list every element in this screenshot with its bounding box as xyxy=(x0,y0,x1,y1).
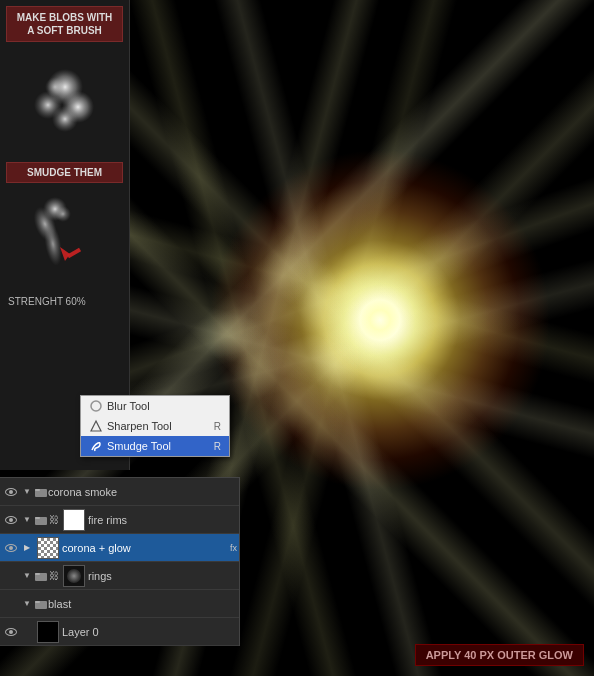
smudge-tool-label: Smudge Tool xyxy=(107,440,171,452)
smudge-preview xyxy=(15,189,115,289)
smudge-icon xyxy=(89,439,103,453)
strength-row: STRENGHT 60 % xyxy=(0,294,129,309)
svg-point-8 xyxy=(55,206,71,222)
svg-point-11 xyxy=(91,401,101,411)
step1-label: MAKE BLOBS WITH A SOFT BRUSH xyxy=(6,6,123,42)
layer-visibility-rings[interactable] xyxy=(2,567,20,585)
layer-expand-corona-smoke[interactable]: ▼ xyxy=(20,485,34,499)
context-menu-blur-tool[interactable]: Blur Tool xyxy=(81,396,229,416)
eye-icon-corona-glow xyxy=(5,544,17,552)
strength-symbol: % xyxy=(77,296,86,307)
layer-row-corona-glow[interactable]: ▶ corona + glow fx xyxy=(0,534,239,562)
layer-name-corona-smoke: corona smoke xyxy=(48,486,237,498)
layer-visibility-blast[interactable] xyxy=(2,595,20,613)
svg-rect-14 xyxy=(35,489,40,491)
smudge-shortcut: R xyxy=(214,441,221,452)
layer-thumb-rings xyxy=(63,565,85,587)
layer-row-corona-smoke[interactable]: ▼ corona smoke xyxy=(0,478,239,506)
chain-icon-fire-rims: ⛓ xyxy=(49,514,59,525)
fx-badge: fx xyxy=(230,543,237,553)
layer-visibility-corona-glow[interactable] xyxy=(2,539,20,557)
sharpen-tool-label: Sharpen Tool xyxy=(107,420,172,432)
step2-label: SMUDGE THEM xyxy=(6,162,123,183)
eye-icon-corona-smoke xyxy=(5,488,17,496)
context-menu-sharpen-tool[interactable]: Sharpen Tool R xyxy=(81,416,229,436)
svg-rect-16 xyxy=(35,517,40,519)
layer-folder-icon-blast xyxy=(34,597,48,611)
layer-name-corona-glow: corona + glow xyxy=(62,542,230,554)
svg-rect-18 xyxy=(35,573,40,575)
context-menu-smudge-tool[interactable]: Smudge Tool R xyxy=(81,436,229,456)
eye-icon-fire-rims xyxy=(5,516,17,524)
strength-text: STRENGHT 60 xyxy=(8,296,77,307)
blur-tool-label: Blur Tool xyxy=(107,400,150,412)
svg-marker-12 xyxy=(91,421,101,431)
blob-preview xyxy=(15,52,115,152)
layer-visibility-corona-smoke[interactable] xyxy=(2,483,20,501)
context-menu[interactable]: Blur Tool Sharpen Tool R Smudge Tool R xyxy=(80,395,230,457)
layer-expand-fire-rims[interactable]: ▼ xyxy=(20,513,34,527)
blur-icon xyxy=(89,399,103,413)
layer-visibility-fire-rims[interactable] xyxy=(2,511,20,529)
layer-name-layer0: Layer 0 xyxy=(62,626,237,638)
svg-rect-20 xyxy=(35,601,40,603)
svg-point-4 xyxy=(45,77,65,97)
layer-folder-icon-fire-rims xyxy=(34,513,48,527)
layer-thumb-corona-glow xyxy=(37,537,59,559)
layer-expand-blast[interactable]: ▼ xyxy=(20,597,34,611)
layer-name-fire-rims: fire rims xyxy=(88,514,237,526)
eye-icon-layer0 xyxy=(5,628,17,636)
layer-folder-icon-rings xyxy=(34,569,48,583)
layer-expand-corona-glow[interactable]: ▶ xyxy=(20,541,34,555)
layer-visibility-layer0[interactable] xyxy=(2,623,20,641)
chain-icon-rings: ⛓ xyxy=(49,570,59,581)
layer-name-rings: rings xyxy=(88,570,237,582)
layer-expand-rings[interactable]: ▼ xyxy=(20,569,34,583)
svg-rect-10 xyxy=(66,248,80,258)
bottom-apply-label: APPLY 40 PX OUTER GLOW xyxy=(415,644,584,666)
layer-folder-icon-corona-smoke xyxy=(34,485,48,499)
layer-row-layer0[interactable]: ▶ Layer 0 xyxy=(0,618,239,646)
layer-badge-corona-glow: fx xyxy=(230,543,237,553)
layer-row-rings[interactable]: ▼ ⛓ rings xyxy=(0,562,239,590)
layer-thumb-fire-rims xyxy=(63,509,85,531)
layer-thumb-layer0 xyxy=(37,621,59,643)
layer-name-blast: blast xyxy=(48,598,237,610)
svg-point-3 xyxy=(52,106,78,132)
layer-row-blast[interactable]: ▼ blast xyxy=(0,590,239,618)
sharpen-shortcut: R xyxy=(214,421,221,432)
layer-row-fire-rims[interactable]: ▼ ⛓ fire rims xyxy=(0,506,239,534)
sharpen-icon xyxy=(89,419,103,433)
layers-panel: ▼ corona smoke ▼ ⛓ fire rims ▶ corona + … xyxy=(0,477,240,646)
